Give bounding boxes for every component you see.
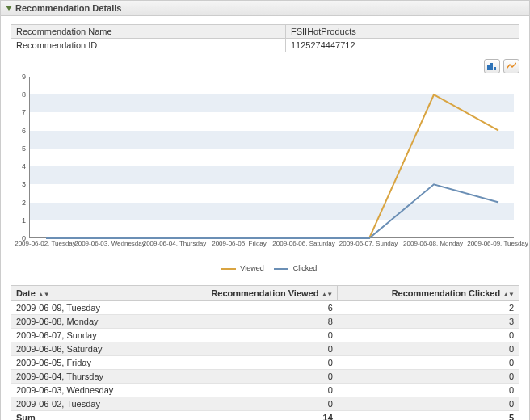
sort-icon: ▲▼ — [321, 291, 332, 298]
recommendation-details-panel: Recommendation Details Recommendation Na… — [0, 0, 530, 420]
cell-viewed: 8 — [158, 315, 338, 329]
table-row: 2009-06-02, Tuesday00 — [11, 397, 519, 411]
line-chart-icon — [507, 62, 516, 70]
y-tick: 7 — [22, 108, 26, 116]
chart: 0123456789 2009-06-02, Tuesday2009-06-03… — [16, 77, 514, 262]
x-tick: 2009-06-09, Tuesday — [467, 240, 528, 247]
svg-rect-2 — [494, 67, 496, 70]
x-tick: 2009-06-03, Wednesday — [74, 240, 145, 247]
col-clicked[interactable]: Recommendation Clicked▲▼ — [338, 286, 519, 301]
cell-viewed: 0 — [158, 356, 338, 370]
x-tick: 2009-06-08, Monday — [403, 240, 463, 247]
cell-clicked: 3 — [338, 315, 519, 329]
svg-rect-0 — [487, 65, 490, 70]
x-tick: 2009-06-07, Sunday — [339, 240, 398, 247]
x-tick: 2009-06-06, Saturday — [272, 240, 334, 247]
sum-clicked: 5 — [338, 411, 519, 421]
cell-date: 2009-06-05, Friday — [11, 356, 158, 370]
x-tick: 2009-06-02, Tuesday — [15, 240, 76, 247]
table-row: 2009-06-09, Tuesday62 — [11, 301, 519, 315]
table-sum-row: Sum145 — [11, 411, 519, 421]
table-row: 2009-06-05, Friday00 — [11, 356, 519, 370]
cell-clicked: 0 — [338, 384, 519, 397]
y-tick: 4 — [22, 162, 26, 170]
legend-label-clicked: Clicked — [293, 264, 318, 272]
x-tick: 2009-06-04, Thursday — [143, 240, 207, 247]
cell-date: 2009-06-06, Saturday — [11, 342, 158, 356]
chart-x-axis: 2009-06-02, Tuesday2009-06-03, Wednesday… — [29, 240, 514, 251]
cell-viewed: 0 — [158, 329, 338, 342]
panel-title: Recommendation Details — [15, 3, 121, 13]
meta-name-label: Recommendation Name — [11, 25, 286, 39]
cell-date: 2009-06-02, Tuesday — [11, 397, 158, 411]
bar-chart-button[interactable] — [484, 59, 500, 74]
sum-viewed: 14 — [158, 411, 338, 421]
line-chart-button[interactable] — [503, 59, 519, 74]
sort-icon: ▲▼ — [503, 291, 514, 298]
chart-legend: Viewed Clicked — [11, 262, 519, 280]
series-clicked — [46, 184, 498, 238]
meta-table: Recommendation Name FSIIHotProducts Reco… — [11, 24, 519, 52]
cell-clicked: 0 — [338, 370, 519, 384]
sum-label: Sum — [11, 411, 158, 421]
chart-toolbar — [11, 57, 519, 77]
cell-date: 2009-06-09, Tuesday — [11, 301, 158, 315]
collapse-icon[interactable] — [6, 6, 12, 10]
data-table: Date▲▼ Recommendation Viewed▲▼ Recommend… — [11, 285, 519, 420]
svg-rect-1 — [490, 63, 493, 70]
y-tick: 8 — [22, 90, 26, 99]
cell-viewed: 0 — [158, 397, 338, 411]
legend-swatch-viewed — [221, 268, 236, 270]
meta-name-value: FSIIHotProducts — [286, 25, 519, 39]
table-row: 2009-06-06, Saturday00 — [11, 342, 519, 356]
y-tick: 2 — [22, 199, 26, 207]
sort-icon: ▲▼ — [38, 291, 49, 298]
chart-plot — [29, 77, 514, 238]
col-viewed[interactable]: Recommendation Viewed▲▼ — [158, 286, 338, 301]
legend-swatch-clicked — [274, 268, 288, 270]
y-tick: 1 — [22, 216, 26, 225]
table-row: 2009-06-04, Thursday00 — [11, 370, 519, 384]
cell-clicked: 0 — [338, 342, 519, 356]
panel-header: Recommendation Details — [1, 1, 529, 16]
x-tick: 2009-06-05, Friday — [212, 240, 267, 247]
table-row: 2009-06-07, Sunday00 — [11, 329, 519, 342]
chart-lines — [30, 77, 515, 238]
y-tick: 6 — [22, 127, 26, 135]
cell-clicked: 2 — [338, 301, 519, 315]
col-date[interactable]: Date▲▼ — [11, 286, 158, 301]
col-viewed-label: Recommendation Viewed — [211, 288, 318, 298]
cell-viewed: 0 — [158, 342, 338, 356]
col-clicked-label: Recommendation Clicked — [392, 288, 500, 298]
y-tick: 5 — [22, 145, 26, 153]
cell-clicked: 0 — [338, 356, 519, 370]
cell-date: 2009-06-03, Wednesday — [11, 384, 158, 397]
legend-label-viewed: Viewed — [240, 264, 263, 272]
table-row: 2009-06-03, Wednesday00 — [11, 384, 519, 397]
meta-id-label: Recommendation ID — [11, 39, 286, 52]
cell-clicked: 0 — [338, 397, 519, 411]
y-tick: 3 — [22, 180, 26, 188]
chart-y-axis: 0123456789 — [16, 77, 27, 238]
cell-date: 2009-06-07, Sunday — [11, 329, 158, 342]
y-tick: 9 — [22, 73, 26, 81]
cell-date: 2009-06-08, Monday — [11, 315, 158, 329]
cell-viewed: 0 — [158, 370, 338, 384]
cell-clicked: 0 — [338, 329, 519, 342]
bar-chart-icon — [487, 62, 497, 70]
cell-viewed: 6 — [158, 301, 338, 315]
series-viewed — [46, 94, 498, 238]
meta-id-value: 1125274447712 — [286, 39, 519, 52]
cell-viewed: 0 — [158, 384, 338, 397]
cell-date: 2009-06-04, Thursday — [11, 370, 158, 384]
col-date-label: Date — [16, 288, 36, 298]
table-row: 2009-06-08, Monday83 — [11, 315, 519, 329]
